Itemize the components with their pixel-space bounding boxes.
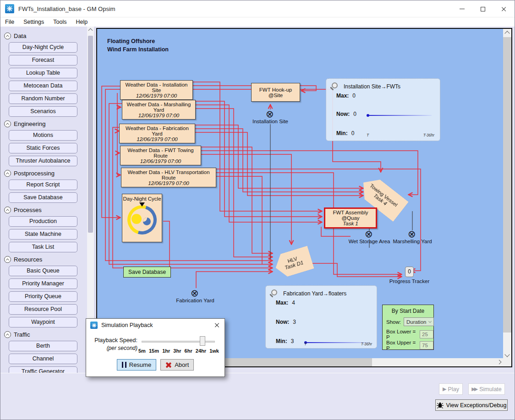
magnifier-icon [332,82,338,88]
box-lower-input[interactable] [420,330,433,338]
sidebar-scrollbar-thumb[interactable] [88,36,93,233]
day-night-icon [127,205,157,235]
minimize-button[interactable] [451,0,472,17]
sidebar-item-lookup-table[interactable]: Lookup Table [9,68,77,78]
per-second-label: (per second) [92,345,137,351]
resource-fabrication-yard-label: Fabrication Yard [165,298,225,303]
node-day-night-cycle[interactable]: Day-Night Cycle [122,194,162,242]
sidebar-item-priority-manager[interactable]: Priority Manager [9,278,77,289]
menu-tools[interactable]: Tools [49,17,71,27]
sidebar-item-channel[interactable]: Channel [9,354,77,364]
resource-installation-site-label: Installation Site [241,119,300,124]
simulate-button[interactable]: ▶▶ Simulate [468,383,505,395]
dialog-title-bar[interactable]: Simulation Playback [86,319,225,332]
sparkline [305,342,370,343]
view-exceptions-debug-button[interactable]: View Exceptions/Debug [435,399,508,411]
node-fwt-assembly[interactable]: FWT Assembly @Quay Task 1 [324,207,377,229]
simulation-playback-dialog: Simulation Playback Playback Speed: (per… [86,318,225,377]
menu-help[interactable]: Help [71,17,93,27]
title-bar: FWTs_Installation_base - GM Opsim [0,0,515,17]
close-icon [501,6,507,12]
abort-button[interactable]: Abort [160,359,194,371]
play-icon: ▶ [443,386,445,392]
gauge-fabrication-yard-floaters[interactable]: Fabrication Yard→floaters Max:4 Now:3 Mi… [265,285,377,349]
by-start-date-panel[interactable]: By Start Date Show: Duration Box Lower =… [382,305,434,350]
sidebar-item-scenarios[interactable]: Scenarios [9,106,77,117]
sidebar-item-resource-pool[interactable]: Resource Pool [9,304,77,315]
progress-tracker-value[interactable]: 0 [405,267,414,277]
close-button[interactable] [493,0,515,17]
sidebar-item-basic-queue[interactable]: Basic Queue [9,266,77,276]
sidebar-section-processes[interactable]: Processes [4,206,95,214]
chevron-up-icon [4,120,11,127]
gauge-installation-site-fwts[interactable]: Installation Site→FWTs Max:0 Now:0 Min:0… [326,78,440,141]
sidebar-item-motions[interactable]: Motions [9,130,77,141]
resume-button[interactable]: Resume [117,359,156,371]
window-title: FWTs_Installation_base - GM Opsim [18,5,115,12]
sidebar-item-static-forces[interactable]: Static Forces [9,143,77,153]
play-button[interactable]: ▶ Play [439,383,463,395]
sidebar-section-resources[interactable]: Resources [4,256,95,263]
sidebar-section-data[interactable]: Data [4,32,95,40]
sidebar-section-traffic[interactable]: Traffic [4,331,95,338]
magnifier-icon [271,289,277,295]
sidebar-item-production[interactable]: Production [9,216,77,227]
maximize-button[interactable] [472,0,493,17]
diagram-canvas[interactable]: Floating Offshore Wind Farm Installation [97,29,503,358]
scroll-up-icon [88,28,93,33]
scroll-right-icon [497,360,502,365]
sidebar-item-thruster-autobalance[interactable]: Thruster Autobalance [9,156,77,166]
resource-marshelling-yard-label: Marshelling Yard [383,239,442,244]
menu-settings[interactable]: Settings [19,17,49,27]
sidebar-item-random-number[interactable]: Random Number [9,93,77,104]
node-weather-fabrication-yard[interactable]: Weather Data - Fabrication Yard 12/06/19… [119,124,195,143]
node-weather-fwt-towing-route[interactable]: Weather Data - FWT Towing Route 12/06/19… [120,146,201,165]
node-save-database[interactable]: Save Database [123,267,171,278]
scroll-up-icon [504,31,510,36]
chevron-up-icon [4,207,11,213]
node-weather-hlv-transportation-route[interactable]: Weather Data - HLV Transportation Route … [121,168,216,187]
sidebar-section-postprocessing[interactable]: Postprocessing [4,169,95,177]
app-icon [90,322,98,329]
dialog-close-button[interactable] [214,322,220,328]
abort-x-icon [165,362,172,368]
fast-forward-icon: ▶▶ [471,386,477,392]
sidebar-item-day-night-cycle[interactable]: Day-Night Cycle [9,42,77,53]
sidebar-item-report-script[interactable]: Report Script [9,180,77,190]
chevron-up-icon [4,331,11,338]
sun-icon [131,214,142,224]
sidebar-item-metocean-data[interactable]: Metocean Data [9,81,77,91]
scroll-down-icon [504,352,510,357]
app-icon [5,4,14,13]
sidebar-item-traffic-generator[interactable]: Traffic Generator [9,366,77,373]
show-dropdown[interactable]: Duration [404,317,434,326]
sidebar-item-save-database[interactable]: Save Database [9,192,77,203]
resource-wet-storage-icon[interactable]: ⊗ [365,229,373,239]
sidebar-item-task-list[interactable]: Task List [9,242,77,252]
playback-speed-label: Playback Speed: [92,337,137,344]
sidebar-item-waypoint[interactable]: Waypoint [9,317,77,327]
model-canvas: Floating Offshore Wind Farm Installation [96,28,512,367]
resource-installation-site-icon[interactable]: ⊗ [266,109,274,119]
node-fwt-hookup[interactable]: FWT Hook-up @Site [251,83,300,102]
node-weather-installation-site[interactable]: Weather Data - Installation Site 12/06/1… [120,80,193,100]
dialog-title: Simulation Playback [101,322,153,328]
canvas-vscroll-thumb[interactable] [503,37,511,333]
sidebar-section-engineering[interactable]: Engineering [4,120,95,128]
app-window: FWTs_Installation_base - GM Opsim File S… [0,0,515,420]
bug-icon [437,402,444,409]
node-weather-marshalling-yard[interactable]: Weather Data - Marshalling Yard 12/06/19… [122,100,196,120]
sidebar-item-berth[interactable]: Berth [9,341,77,351]
resource-fabrication-yard-icon[interactable]: ⊗ [191,288,199,298]
slider-thumb[interactable] [200,336,205,346]
menu-file[interactable]: File [0,17,19,27]
sidebar-item-state-machine[interactable]: State Machine [9,229,77,240]
canvas-vertical-scrollbar[interactable] [503,29,511,358]
box-upper-input[interactable] [420,341,433,349]
progress-tracker-label: Progress Tracker [376,278,443,284]
sidebar-item-forecast[interactable]: Forecast [9,55,77,65]
node-hlv[interactable]: HLV Task D1 [272,245,314,279]
sidebar-item-priority-queue[interactable]: Priority Queue [9,291,77,302]
diagram-title: Floating Offshore Wind Farm Installation [107,37,169,54]
resource-marshelling-yard-icon[interactable]: ⊗ [408,229,416,239]
